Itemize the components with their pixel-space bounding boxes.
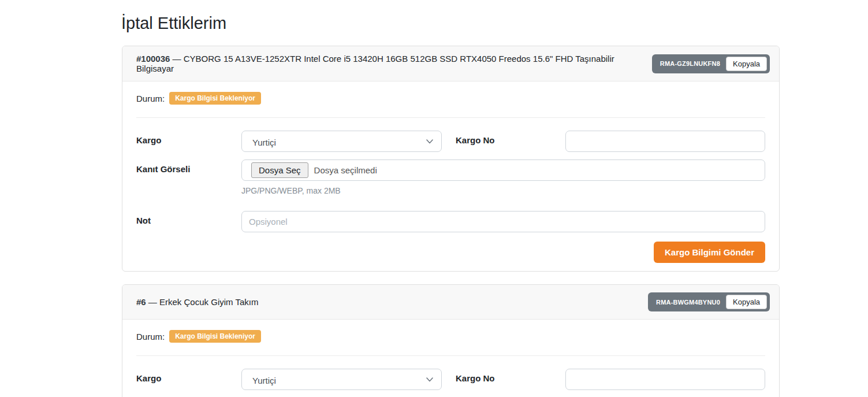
order-title: #100036 — CYBORG 15 A13VE-1252XTR Intel … — [136, 54, 652, 73]
note-row: Not — [136, 211, 765, 232]
rma-badge: RMA-BWGM4BYNU0 Kopyala — [648, 292, 770, 311]
order-id: #100036 — [136, 54, 170, 64]
tracking-no-label: Kargo No — [456, 369, 565, 383]
carrier-row: Kargo Yurtiçi Kargo No — [136, 131, 765, 152]
chevron-down-icon — [426, 377, 433, 382]
note-label: Not — [136, 211, 241, 225]
carrier-select-value: Yurtiçi — [252, 138, 276, 147]
rma-code: RMA-GZ9LNUKFN8 — [660, 60, 720, 67]
order-card-body: Durum: Kargo Bilgisi Bekleniyor Kargo Yu… — [122, 320, 779, 397]
page-title: İptal Ettiklerim — [121, 0, 780, 33]
divider — [136, 117, 765, 118]
carrier-label: Kargo — [136, 131, 241, 145]
file-hint-row: JPG/PNG/WEBP, max 2MB — [136, 181, 765, 211]
file-status-text: Dosya seçilmedi — [314, 165, 377, 175]
copy-button[interactable]: Kopyala — [726, 295, 767, 309]
status-badge: Kargo Bilgisi Bekleniyor — [169, 92, 261, 105]
tracking-no-input[interactable] — [565, 131, 765, 152]
order-card-header: #100036 — CYBORG 15 A13VE-1252XTR Intel … — [122, 46, 779, 81]
chevron-down-icon — [426, 139, 433, 144]
order-card-header: #6 — Erkek Çocuk Giyim Takım RMA-BWGM4BY… — [122, 285, 779, 320]
proof-file-input[interactable]: Dosya Seç Dosya seçilmedi — [241, 159, 765, 181]
carrier-select-value: Yurtiçi — [252, 376, 276, 385]
proof-image-label: Kanıt Görseli — [136, 159, 241, 174]
file-select-button[interactable]: Dosya Seç — [251, 162, 308, 178]
rma-badge: RMA-GZ9LNUKFN8 Kopyala — [652, 54, 770, 73]
carrier-select[interactable]: Yurtiçi — [241, 131, 442, 152]
product-title: — CYBORG 15 A13VE-1252XTR Intel Core i5 … — [136, 54, 614, 73]
rma-code: RMA-BWGM4BYNU0 — [656, 299, 720, 306]
note-input[interactable] — [241, 211, 765, 232]
order-title: #6 — Erkek Çocuk Giyim Takım — [136, 297, 267, 307]
product-title: — Erkek Çocuk Giyim Takım — [148, 297, 259, 307]
submit-row: Kargo Bilgimi Gönder — [136, 242, 765, 263]
proof-image-row: Kanıt Görseli Dosya Seç Dosya seçilmedi — [136, 159, 765, 181]
send-shipping-info-button[interactable]: Kargo Bilgimi Gönder — [654, 242, 765, 263]
status-row: Durum: Kargo Bilgisi Bekleniyor — [136, 88, 765, 110]
copy-button[interactable]: Kopyala — [726, 57, 767, 71]
order-id: #6 — [136, 297, 146, 307]
tracking-no-label: Kargo No — [456, 131, 565, 145]
status-label: Durum: — [136, 94, 165, 103]
status-label: Durum: — [136, 332, 165, 342]
status-badge: Kargo Bilgisi Bekleniyor — [169, 330, 261, 343]
order-card: #6 — Erkek Çocuk Giyim Takım RMA-BWGM4BY… — [122, 284, 780, 397]
cancelled-orders-page: İptal Ettiklerim #100036 — CYBORG 15 A13… — [122, 0, 780, 397]
carrier-select[interactable]: Yurtiçi — [241, 369, 442, 390]
divider — [136, 355, 765, 356]
file-hint: JPG/PNG/WEBP, max 2MB — [241, 186, 341, 195]
carrier-label: Kargo — [136, 369, 241, 383]
order-card-body: Durum: Kargo Bilgisi Bekleniyor Kargo Yu… — [122, 81, 779, 271]
order-card: #100036 — CYBORG 15 A13VE-1252XTR Intel … — [122, 46, 780, 272]
carrier-row: Kargo Yurtiçi Kargo No — [136, 369, 765, 390]
tracking-no-input[interactable] — [565, 369, 765, 390]
status-row: Durum: Kargo Bilgisi Bekleniyor — [136, 326, 765, 348]
